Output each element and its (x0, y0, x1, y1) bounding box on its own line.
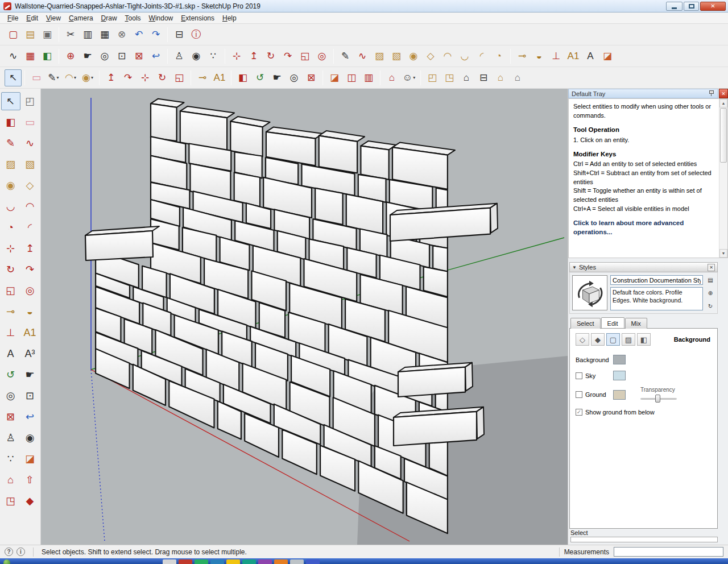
pan-icon[interactable]: ☛ (268, 69, 286, 86)
rectangle-icon[interactable]: ▨ (371, 48, 388, 65)
styles-close-button[interactable]: ✕ (708, 264, 715, 271)
arc-dropdown-icon[interactable]: ◠▾ (62, 69, 79, 86)
tape-measure-icon[interactable]: ⊸ (514, 48, 531, 65)
axes-icon[interactable]: ⊥ (1, 324, 20, 342)
info-icon[interactable]: i (16, 548, 25, 556)
scale-icon[interactable]: ◱ (296, 48, 313, 65)
circle-icon[interactable]: ◉ (1, 176, 20, 194)
freehand-icon[interactable]: ∿ (20, 134, 40, 152)
three-d-text-icon[interactable]: A³ (20, 345, 40, 363)
update-style-icon[interactable]: ↻ (706, 302, 714, 310)
slider-thumb[interactable] (655, 395, 660, 403)
zoom-extents-icon[interactable]: ⊠ (130, 48, 147, 65)
taskbar-item[interactable] (290, 559, 304, 564)
push-pull-icon[interactable]: ↥ (102, 69, 119, 86)
move-icon[interactable]: ⊹ (136, 69, 154, 86)
paint-bucket-icon[interactable]: ◧ (1, 113, 20, 131)
section-plane-icon[interactable]: ◪ (599, 48, 616, 65)
pie-icon[interactable]: ◔ (490, 48, 507, 65)
menu-item-window[interactable]: Window (145, 13, 177, 23)
line-icon[interactable]: ✎ (337, 48, 354, 65)
section-fill-icon[interactable]: ▥ (360, 69, 377, 86)
taskbar-item[interactable] (195, 559, 208, 564)
model-info-icon[interactable]: ⓘ (188, 26, 205, 43)
zoom-window-icon[interactable]: ⊡ (20, 387, 40, 405)
section-cuts-icon[interactable]: ◫ (343, 69, 360, 86)
follow-me-icon[interactable]: ↷ (20, 260, 40, 279)
new-style-icon[interactable]: ⊕ (706, 289, 714, 297)
copy-icon[interactable]: ▥ (79, 26, 96, 43)
wall-block[interactable] (180, 111, 227, 151)
login-dropdown-icon[interactable]: ☺▾ (400, 69, 417, 86)
components-icon[interactable]: ◳ (1, 492, 20, 510)
menu-item-help[interactable]: Help (218, 13, 241, 23)
two-point-arc-icon[interactable]: ◠ (20, 197, 40, 215)
style-thumbnail[interactable] (572, 275, 607, 310)
extension-warehouse-icon[interactable]: ◆ (20, 492, 40, 510)
close-button[interactable]: ✕ (700, 2, 726, 11)
dimension-icon[interactable]: A1 (20, 324, 40, 342)
cut-icon[interactable]: ✂ (62, 26, 79, 43)
pie-icon[interactable]: ◔ (1, 218, 20, 237)
paint-bucket-icon[interactable]: ◧ (234, 69, 251, 86)
scroll-up-icon[interactable]: ▲ (719, 99, 727, 107)
maximize-button[interactable] (684, 2, 699, 11)
eraser-icon[interactable]: ▭ (28, 69, 45, 86)
sketchy-curve-icon[interactable]: ∿ (5, 48, 22, 65)
zoom-icon[interactable]: ◎ (286, 69, 303, 86)
save-icon[interactable]: ▣ (39, 26, 56, 43)
viewport[interactable] (41, 89, 568, 545)
move-camera-icon[interactable]: ⊕ (62, 48, 79, 65)
two-point-arc-icon[interactable]: ◡ (456, 48, 473, 65)
delete-icon[interactable]: ⊗ (113, 26, 130, 43)
circle-icon[interactable]: ◉ (405, 48, 422, 65)
scrollbar-thumb[interactable] (720, 108, 727, 163)
tape-measure-icon[interactable]: ⊸ (1, 302, 20, 321)
tab-mix[interactable]: Mix (625, 318, 647, 329)
pan-icon[interactable]: ☛ (20, 366, 40, 384)
rotated-rectangle-icon[interactable]: ▧ (20, 155, 40, 173)
arc-icon[interactable]: ◠ (439, 48, 456, 65)
zoom-extents-icon[interactable]: ⊠ (303, 69, 320, 86)
advanced-operations-link[interactable]: Click to learn about more advanced opera… (573, 219, 714, 237)
position-camera-icon[interactable]: ♙ (1, 429, 20, 447)
zoom-extents-icon[interactable]: ⊠ (1, 408, 20, 426)
wall-block[interactable] (315, 188, 342, 225)
get-models-icon[interactable]: ⌂ (1, 471, 20, 489)
zoom-window-icon[interactable]: ⊡ (113, 48, 130, 65)
style-description[interactable]: Default face colors. Profile Edges. Whit… (610, 287, 703, 310)
ground-color-swatch[interactable] (613, 390, 626, 400)
taskbar-item[interactable] (179, 559, 192, 564)
ground-checkbox[interactable] (576, 391, 582, 398)
undo-icon[interactable]: ↶ (130, 26, 147, 43)
text-icon[interactable]: A (1, 345, 20, 363)
offset-icon[interactable]: ◎ (313, 48, 330, 65)
background-settings-icon[interactable]: ▢ (606, 333, 620, 346)
line-icon[interactable]: ✎ (1, 134, 20, 152)
components-icon[interactable]: ◳ (441, 69, 458, 86)
windows-taskbar[interactable] (0, 558, 728, 564)
wall-block[interactable] (465, 363, 473, 391)
orbit-icon[interactable]: ↺ (1, 366, 20, 384)
rotate-icon[interactable]: ↻ (154, 69, 171, 86)
look-around-icon[interactable]: ◉ (188, 48, 205, 65)
dimension-icon[interactable]: A1 (211, 69, 228, 86)
menu-item-file[interactable]: File (3, 13, 22, 23)
tray-close-button[interactable]: ✕ (719, 89, 728, 98)
tray-bottom-box[interactable] (570, 537, 718, 542)
rotate-icon[interactable]: ↻ (262, 48, 279, 65)
watermark-settings-icon[interactable]: ▨ (622, 333, 635, 346)
orbit-icon[interactable]: ↺ (251, 69, 268, 86)
menu-item-draw[interactable]: Draw (97, 13, 121, 23)
move-icon[interactable]: ⊹ (1, 239, 20, 258)
three-point-arc-icon[interactable]: ◜ (473, 48, 490, 65)
menu-item-camera[interactable]: Camera (65, 13, 97, 23)
viewport-canvas[interactable] (41, 89, 568, 545)
get-models-icon[interactable]: ⌂ (383, 69, 400, 86)
wall-block[interactable] (490, 204, 498, 233)
zoom-previous-icon[interactable]: ↩ (20, 408, 40, 426)
edge-settings-icon[interactable]: ◇ (576, 333, 589, 346)
wall-block[interactable] (394, 412, 477, 446)
taskbar-item[interactable] (274, 559, 288, 564)
wall-block[interactable] (319, 136, 357, 173)
